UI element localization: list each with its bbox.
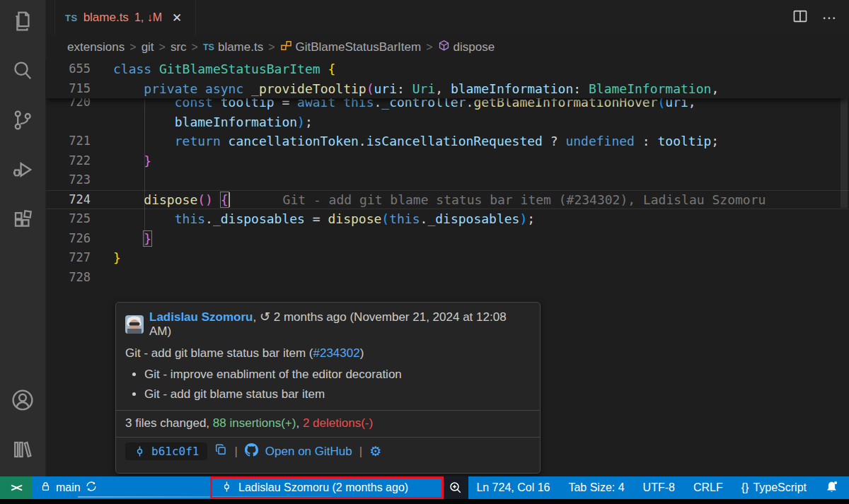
ts-file-icon: TS (65, 13, 78, 23)
encoding-item[interactable]: UTF-8 (634, 476, 684, 499)
tab-size-item[interactable]: Tab Size: 4 (559, 476, 633, 499)
author-link[interactable]: Ladislau Szomoru (149, 310, 253, 324)
breadcrumb-item-src[interactable]: src (171, 40, 187, 54)
breadcrumb: extensions > git > src > TS blame.ts > G… (45, 35, 849, 59)
code-text: private async _provideTooltip(uri: Uri, … (91, 79, 719, 99)
close-icon[interactable]: ✕ (172, 11, 182, 25)
code-line[interactable]: 655class GitBlameStatusBarItem { (45, 59, 849, 79)
window-bottom-edge (0, 499, 849, 504)
status-bar: >< main Ladislau Szomoru (2 months ago) … (0, 476, 849, 499)
blame-label: Ladislau Szomoru (2 months ago) (238, 481, 408, 494)
hover-footer: b61c0f1 | Open on GitHub | ⚙ (125, 438, 531, 465)
code-line[interactable]: 727} (45, 248, 849, 268)
code-line[interactable]: 721 return cancellationToken.isCancellat… (45, 131, 849, 151)
breadcrumb-item-method[interactable]: dispose (438, 40, 495, 55)
tab-badge: 1, ↓M (134, 11, 162, 24)
hover-header: Ladislau Szomoru, ↺ 2 months ago (Novemb… (125, 310, 531, 339)
search-icon[interactable] (6, 54, 40, 88)
commit-subject: Git - add git blame status bar item (#23… (125, 346, 531, 361)
git-blame-hover: Ladislau Szomoru, ↺ 2 months ago (Novemb… (115, 302, 541, 474)
code-line[interactable]: 715 private async _provideTooltip(uri: U… (45, 79, 849, 99)
code-line[interactable]: 728 (45, 268, 849, 288)
code-text: } (91, 151, 151, 171)
status-bar-right: Ln 724, Col 16 Tab Size: 4 UTF-8 CRLF {}… (467, 476, 849, 499)
line-number[interactable]: 655 (45, 59, 91, 79)
lock-icon (40, 481, 52, 496)
code-text: } (91, 248, 121, 268)
open-on-github-link[interactable]: Open on GitHub (265, 445, 352, 459)
gear-icon[interactable]: ⚙ (369, 445, 381, 458)
chevron-right-icon: > (159, 41, 166, 54)
code-text: return cancellationToken.isCancellationR… (91, 131, 719, 151)
pr-link[interactable]: #234302 (313, 346, 360, 360)
line-number[interactable]: 721 (45, 131, 91, 151)
line-number[interactable]: 722 (45, 151, 91, 171)
code-text (91, 268, 113, 288)
code-lines: 720 const tooltip = await this._controll… (45, 93, 849, 287)
separator: | (359, 445, 362, 459)
library-icon[interactable] (6, 433, 40, 467)
split-editor-icon[interactable] (792, 8, 808, 27)
code-line[interactable]: 723 (45, 170, 849, 190)
commit-hash-button[interactable]: b61c0f1 (125, 443, 207, 460)
code-line[interactable]: blameInformation); (45, 112, 849, 132)
author-separator: , (253, 310, 256, 324)
extensions-icon[interactable] (6, 202, 40, 236)
code-line[interactable]: 724 dispose() {Git - add git blame statu… (45, 190, 849, 210)
code-text: } (91, 229, 151, 249)
notifications-item[interactable] (816, 476, 849, 499)
commit-stats: 3 files changed, 88 insertions(+), 2 del… (125, 411, 531, 437)
breadcrumb-item-class[interactable]: GitBlameStatusBarItem (280, 40, 422, 55)
line-number[interactable]: 715 (45, 79, 91, 99)
ts-file-icon: TS (203, 42, 214, 52)
code-line[interactable]: 722 } (45, 151, 849, 171)
sticky-scroll[interactable]: 655class GitBlameStatusBarItem {715 priv… (45, 59, 849, 98)
line-number[interactable] (45, 112, 91, 132)
explorer-icon[interactable] (6, 4, 40, 38)
breadcrumb-item-git[interactable]: git (142, 40, 154, 54)
code-text (91, 170, 113, 190)
braces-icon: {} (741, 481, 749, 494)
remote-indicator[interactable]: >< (0, 476, 32, 499)
code-text: class GitBlameStatusBarItem { (91, 59, 335, 79)
tab-blame-ts[interactable]: TS blame.ts 1, ↓M ✕ (54, 0, 196, 35)
github-icon (245, 443, 258, 460)
history-icon: ↺ (260, 310, 270, 324)
code-line[interactable]: 726 } (45, 229, 849, 249)
code-line[interactable]: 725 this._disposables = dispose(this._di… (45, 209, 849, 229)
language-item[interactable]: {} TypeScript (732, 476, 816, 499)
source-control-icon[interactable] (6, 103, 40, 137)
chevron-right-icon: > (268, 41, 275, 54)
code-text: blameInformation); (91, 112, 313, 132)
activity-bar (0, 0, 46, 476)
line-number[interactable]: 726 (45, 229, 91, 249)
more-actions-icon[interactable]: ⋯ (822, 11, 836, 25)
line-number[interactable]: 728 (45, 268, 91, 288)
commit-bullet: Git - improve enabliment of the editor d… (144, 368, 531, 382)
breadcrumb-item-extensions[interactable]: extensions (67, 40, 125, 54)
cursor-position-item[interactable]: Ln 724, Col 16 (467, 476, 559, 499)
separator: | (234, 445, 237, 459)
eol-item[interactable]: CRLF (684, 476, 732, 499)
line-number[interactable]: 725 (45, 209, 91, 229)
bell-icon (825, 480, 838, 496)
editor-actions: ⋯ (792, 0, 849, 35)
line-number[interactable]: 724 (45, 190, 91, 210)
commit-body: Git - improve enabliment of the editor d… (125, 368, 531, 402)
run-debug-icon[interactable] (6, 153, 40, 187)
accounts-icon[interactable] (6, 383, 40, 417)
symbol-class-icon (280, 40, 292, 55)
line-number[interactable]: 723 (45, 170, 91, 190)
tab-bar: TS blame.ts 1, ↓M ✕ ⋯ (45, 0, 849, 35)
zoom-annotation (442, 476, 468, 499)
git-commit-icon (221, 481, 233, 496)
breadcrumb-item-file[interactable]: TS blame.ts (203, 40, 263, 54)
chevron-right-icon: > (192, 41, 198, 54)
commit-bullet: Git - add git blame status bar item (144, 387, 531, 402)
line-number[interactable]: 727 (45, 248, 91, 268)
chevron-right-icon: > (426, 41, 432, 54)
artifact-line (78, 496, 333, 498)
deletions: 2 deletions(-) (303, 416, 373, 430)
copy-icon[interactable] (214, 443, 227, 459)
chevron-right-icon: > (129, 41, 136, 54)
